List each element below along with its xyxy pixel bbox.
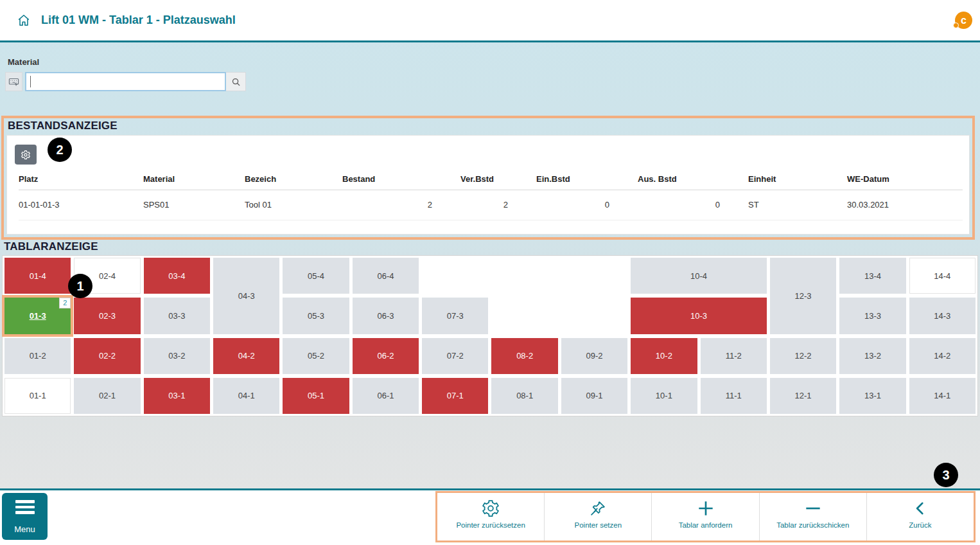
material-label: Material [8,57,39,67]
zurück-button[interactable]: Zurück [867,493,974,541]
search-button[interactable] [226,72,246,91]
tray-cell-09-2[interactable]: 09-2 [561,338,627,374]
tablar-zurückschicken-button[interactable]: Tablar zurückschicken [760,493,867,541]
plus-icon [696,497,716,519]
tablar-anfordern-button[interactable]: Tablar anfordern [652,493,759,541]
tray-cell-05-4[interactable]: 05-4 [283,258,349,294]
tray-cell-12-2[interactable]: 12-2 [770,338,836,374]
tray-cell-14-2[interactable]: 14-2 [909,338,976,374]
tray-cell-02-1[interactable]: 02-1 [74,378,140,414]
tray-cell-01-2[interactable]: 01-2 [4,338,71,374]
gear-icon [21,150,31,160]
pointer-setzen-button[interactable]: Pointer setzen [545,493,652,541]
column-header-ver-bstd[interactable]: Ver.Bstd [460,169,536,190]
tray-cell-06-3[interactable]: 06-3 [353,298,419,334]
tray-cell-07-3[interactable]: 07-3 [422,298,488,334]
tray-grid: 01-402-403-404-305-406-410-412-313-414-4… [4,258,976,414]
cell-bezeich: Tool 01 [245,190,342,220]
toolbar-button-label: Pointer zurücksetzen [456,521,525,529]
tray-cell-09-1[interactable]: 09-1 [561,378,627,414]
tray-cell-14-4[interactable]: 14-4 [909,258,976,294]
tray-cell-10-1[interactable]: 10-1 [631,378,697,414]
tray-cell-10-4[interactable]: 10-4 [631,258,767,294]
tray-cell-03-4[interactable]: 03-4 [144,258,210,294]
home-icon[interactable] [17,13,31,28]
cell-platz: 01-01-01-3 [19,190,143,220]
tray-cell-10-3[interactable]: 10-3 [631,298,767,334]
table-row[interactable]: 01-01-01-3SPS01Tool 012200ST30.03.2021 [19,190,963,220]
action-toolbar: Pointer zurücksetzenPointer setzenTablar… [435,491,976,542]
tray-cell-11-1[interactable]: 11-1 [701,378,767,414]
search-icon [231,77,241,87]
tray-cell-05-2[interactable]: 05-2 [283,338,349,374]
tray-cell-06-2[interactable]: 06-2 [353,338,419,374]
material-search-row [5,72,246,91]
tray-cell-13-3[interactable]: 13-3 [839,298,906,334]
tray-cell-10-2[interactable]: 10-2 [631,338,697,374]
column-header-material[interactable]: Material [143,169,245,190]
keyboard-icon [8,76,19,87]
chevron-left-icon [912,497,929,519]
tray-cell-12-1[interactable]: 12-1 [770,378,836,414]
tray-cell-14-1[interactable]: 14-1 [909,378,976,414]
tray-cell-13-1[interactable]: 13-1 [839,378,906,414]
tray-cell-11-2[interactable]: 11-2 [701,338,767,374]
tray-cell-14-3[interactable]: 14-3 [909,298,976,334]
column-header-einheit[interactable]: Einheit [748,169,847,190]
keyboard-button[interactable] [5,72,22,91]
app-window: Lift 01 WM - Tablar 1 - Platzauswahl c M… [0,0,980,545]
tray-cell-08-2[interactable]: 08-2 [491,338,557,374]
column-header-ein-bstd[interactable]: Ein.Bstd [536,169,638,190]
page-title: Lift 01 WM - Tablar 1 - Platzauswahl [41,13,236,27]
tray-cell-01-1[interactable]: 01-1 [4,378,71,414]
tray-cell-04-2[interactable]: 04-2 [213,338,279,374]
brand-logo: c [955,12,972,29]
tablaranzeige-title: TABLARANZEIGE [4,240,98,253]
tablaranzeige-panel: 01-402-403-404-305-406-410-412-313-414-4… [2,255,978,416]
tray-cell-06-1[interactable]: 06-1 [353,378,419,414]
cell-ein-bstd: 0 [536,190,638,220]
column-header-platz[interactable]: Platz [19,169,143,190]
bestandsanzeige-section: BESTANDSANZEIGE PlatzMaterialBezeichBest… [1,116,975,240]
pin-icon [589,497,607,519]
tray-cell-13-2[interactable]: 13-2 [839,338,906,374]
header: Lift 01 WM - Tablar 1 - Platzauswahl c [0,0,980,40]
cell-bestand: 2 [342,190,460,220]
column-header-we-datum[interactable]: WE-Datum [847,169,963,190]
tray-cell-03-3[interactable]: 03-3 [144,298,210,334]
cell-aus-bstd: 0 [638,190,748,220]
tray-cell-05-1[interactable]: 05-1 [283,378,349,414]
table-settings-button[interactable] [15,145,37,165]
toolbar-button-label: Zurück [909,521,931,529]
column-header-bezeich[interactable]: Bezeich [245,169,342,190]
tray-cell-04-1[interactable]: 04-1 [213,378,279,414]
tray-cell-01-4[interactable]: 01-4 [4,258,71,294]
minus-icon [803,497,823,519]
material-input[interactable] [25,72,226,91]
column-header-bestand[interactable]: Bestand [342,169,460,190]
tray-cell-08-1[interactable]: 08-1 [491,378,557,414]
tray-cell-02-3[interactable]: 02-3 [74,298,140,334]
hamburger-icon [15,500,35,514]
tray-cell-04-3[interactable]: 04-3 [213,258,279,334]
toolbar-button-label: Pointer setzen [575,521,622,529]
tray-cell-06-4[interactable]: 06-4 [353,258,419,294]
toolbar-button-label: Tablar zurückschicken [776,521,849,529]
cell-einheit: ST [748,190,847,220]
tray-cell-03-2[interactable]: 03-2 [144,338,210,374]
column-header-aus-bstd[interactable]: Aus. Bstd [638,169,748,190]
inventory-table: PlatzMaterialBezeichBestandVer.BstdEin.B… [19,169,963,220]
gear-icon [481,497,500,519]
cell-we-datum: 30.03.2021 [847,190,963,220]
tray-cell-02-2[interactable]: 02-2 [74,338,140,374]
tray-cell-12-3[interactable]: 12-3 [770,258,836,334]
tray-cell-05-3[interactable]: 05-3 [283,298,349,334]
tray-cell-07-2[interactable]: 07-2 [422,338,488,374]
tray-cell-07-1[interactable]: 07-1 [422,378,488,414]
tray-cell-13-4[interactable]: 13-4 [839,258,906,294]
tray-cell-03-1[interactable]: 03-1 [144,378,210,414]
text-cursor [30,76,31,87]
pointer-zurücksetzen-button[interactable]: Pointer zurücksetzen [437,493,545,541]
menu-button[interactable]: Menu [2,493,48,540]
tray-cell-01-3[interactable]: 01-32 [4,298,71,334]
